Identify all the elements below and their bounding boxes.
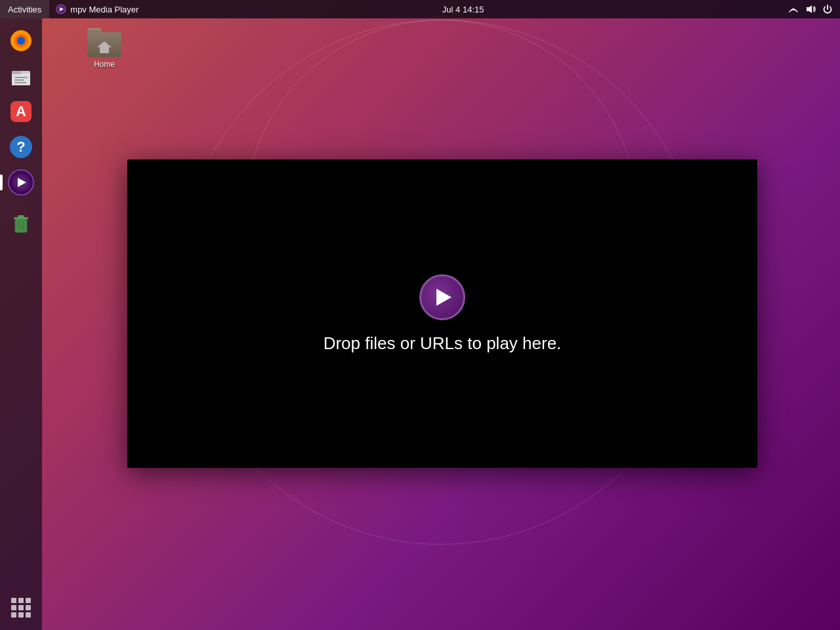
mpv-play-triangle xyxy=(18,178,26,187)
svg-rect-19 xyxy=(18,215,24,217)
topbar-right-icons xyxy=(781,3,840,15)
mpv-logo-play-triangle xyxy=(436,289,452,306)
home-folder-label: Home xyxy=(94,60,115,69)
datetime-text: Jul 4 14:15 xyxy=(442,5,484,14)
folder-icon-graphic xyxy=(87,28,121,57)
firefox-icon xyxy=(9,29,33,52)
ubuntu-software-icon: A xyxy=(9,100,33,123)
svg-rect-12 xyxy=(14,82,26,83)
svg-text:A: A xyxy=(16,103,26,119)
svg-rect-11 xyxy=(14,79,24,81)
volume-icon[interactable] xyxy=(805,3,816,15)
dock-item-files[interactable] xyxy=(5,60,37,92)
mpv-drop-text: Drop files or URLs to play here. xyxy=(324,333,562,354)
activities-button[interactable]: Activities xyxy=(0,0,49,18)
help-icon: ? xyxy=(9,135,33,159)
apps-grid-icon xyxy=(11,598,31,618)
topbar: Activities mpv Media Player Jul 4 14:15 xyxy=(0,0,840,18)
svg-rect-18 xyxy=(14,217,28,219)
svg-rect-10 xyxy=(14,77,28,78)
home-folder-icon[interactable]: Home xyxy=(78,28,131,69)
files-icon xyxy=(9,64,33,88)
mpv-window[interactable]: Drop files or URLs to play here. xyxy=(127,159,757,468)
mpv-logo xyxy=(419,274,465,320)
dock-item-firefox[interactable] xyxy=(5,25,37,56)
svg-point-6 xyxy=(17,37,25,45)
mpv-topbar-icon xyxy=(56,4,66,14)
dock: A ? xyxy=(0,18,42,630)
topbar-datetime[interactable]: Jul 4 14:15 xyxy=(145,5,781,14)
svg-text:?: ? xyxy=(16,138,25,155)
trash-icon xyxy=(9,211,33,235)
dock-item-help[interactable]: ? xyxy=(5,131,37,163)
app-title-text: mpv Media Player xyxy=(70,5,138,14)
svg-rect-9 xyxy=(12,71,21,74)
mpv-dock-icon xyxy=(8,169,34,196)
network-icon[interactable] xyxy=(788,3,799,15)
desktop: Home Drop files or URLs to play here. xyxy=(42,18,840,630)
power-icon[interactable] xyxy=(822,3,833,15)
svg-marker-3 xyxy=(807,5,812,13)
dock-item-software[interactable]: A xyxy=(5,96,37,127)
dock-item-trash[interactable] xyxy=(5,207,37,239)
show-apps-button[interactable] xyxy=(5,592,37,623)
dock-item-mpv[interactable] xyxy=(5,167,37,198)
app-title-area: mpv Media Player xyxy=(49,4,145,14)
